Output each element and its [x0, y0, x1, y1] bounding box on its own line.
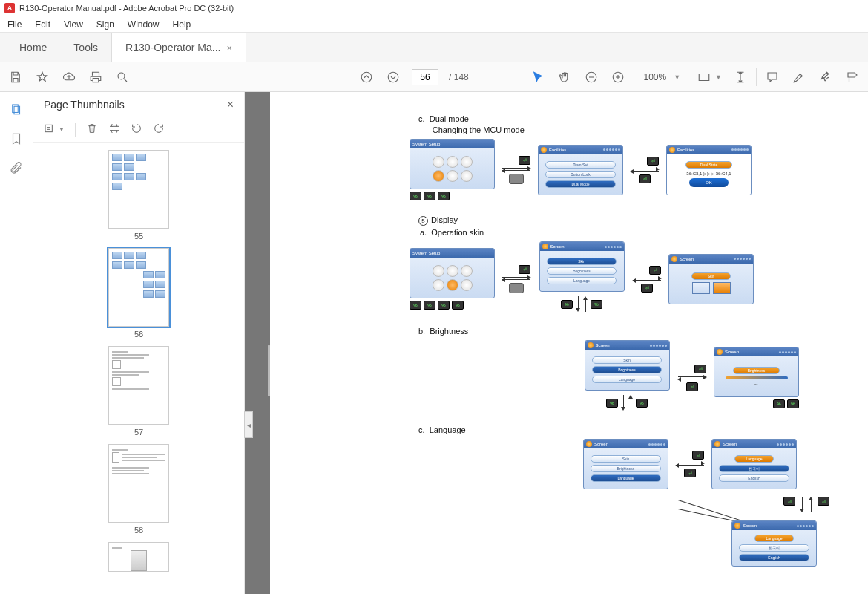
- thumbnail-label: 58: [134, 526, 143, 535]
- thumbnail-58[interactable]: [108, 444, 169, 523]
- rotate-ccw-icon[interactable]: [131, 123, 142, 137]
- fit-width-icon[interactable]: [696, 69, 712, 85]
- stamp-icon[interactable]: [844, 69, 861, 85]
- screen-display-menu: Screen Skin Brightness Language: [539, 241, 625, 292]
- menu-file[interactable]: File: [7, 19, 22, 30]
- svg-point-2: [388, 72, 398, 82]
- zoom-out-icon[interactable]: [583, 69, 599, 85]
- scroll-mode-icon[interactable]: [732, 69, 749, 85]
- comment-icon[interactable]: [764, 69, 780, 85]
- thumbnail-56[interactable]: [108, 248, 169, 327]
- screen-language: Screen Language 한국어 English: [711, 439, 797, 489]
- panel-tools: ▼: [33, 117, 244, 143]
- screen-system-setup: System Setup: [410, 248, 495, 298]
- thumbnails-icon[interactable]: [8, 101, 24, 117]
- print-icon[interactable]: [88, 69, 104, 85]
- screen-dual-state: Facilities Dual State 36:C3,1 ▷▷▷ 36:C4,…: [666, 145, 752, 195]
- tab-document[interactable]: R130-Operator Ma... ×: [111, 33, 246, 62]
- chevron-down-icon[interactable]: ▼: [674, 74, 680, 81]
- toolbar: / 148 ▼ ▼: [0, 62, 868, 92]
- highlight-icon[interactable]: [791, 69, 807, 85]
- svg-point-1: [361, 72, 372, 82]
- thumbnail-57[interactable]: [108, 346, 169, 425]
- save-icon[interactable]: [7, 69, 24, 85]
- search-icon[interactable]: [114, 69, 131, 85]
- menu-edit[interactable]: Edit: [35, 19, 50, 30]
- chevron-down-icon[interactable]: ▼: [715, 74, 722, 81]
- app-icon: A: [4, 3, 15, 13]
- page-down-icon[interactable]: [385, 69, 401, 85]
- close-icon[interactable]: ×: [226, 42, 232, 53]
- zoom-in-icon[interactable]: [610, 69, 626, 85]
- screen-skin-select: Screen Skin: [668, 254, 754, 304]
- thumbnail-59[interactable]: [108, 542, 169, 572]
- menu-bar: File Edit View Sign Window Help: [0, 16, 868, 33]
- delete-icon[interactable]: [86, 123, 98, 137]
- thumbnails-panel: Page Thumbnails × ▼ 55: [33, 92, 245, 594]
- close-icon[interactable]: ×: [227, 98, 234, 111]
- svg-rect-5: [13, 105, 19, 113]
- tab-tools[interactable]: Tools: [60, 33, 111, 62]
- menu-sign[interactable]: Sign: [96, 19, 114, 30]
- cloud-upload-icon[interactable]: [61, 69, 77, 85]
- svg-point-0: [118, 73, 125, 79]
- document-gutter: ◂: [245, 92, 270, 594]
- insert-page-icon[interactable]: [108, 123, 120, 137]
- page-content: c. Dual mode - Changing the MCU mode Sys…: [270, 92, 868, 522]
- thumbnail-label: 57: [134, 428, 143, 437]
- attachment-icon[interactable]: [8, 160, 24, 177]
- menu-view[interactable]: View: [64, 19, 83, 30]
- menu-help[interactable]: Help: [173, 19, 191, 30]
- thumbnail-label: 56: [134, 330, 143, 339]
- menu-window[interactable]: Window: [128, 19, 160, 30]
- screen-display-menu: Screen Skin Brightness Language: [583, 439, 668, 489]
- page-number-input[interactable]: [412, 69, 438, 85]
- star-icon[interactable]: [34, 69, 50, 85]
- left-rail: [0, 92, 33, 594]
- window-title: R130-Operator Manual.pdf - Adobe Acrobat…: [19, 4, 234, 13]
- svg-rect-7: [45, 125, 52, 131]
- rotate-cw-icon[interactable]: [153, 123, 165, 137]
- screen-language-alt: Screen Language 한국어 English: [731, 520, 817, 567]
- tab-bar: Home Tools R130-Operator Ma... ×: [0, 33, 868, 62]
- screen-brightness: Screen Brightness ↔: [714, 347, 799, 397]
- thumbnail-label: 55: [134, 232, 143, 241]
- options-icon[interactable]: [44, 123, 56, 137]
- zoom-select[interactable]: [637, 72, 666, 82]
- tab-document-label: R130-Operator Ma...: [125, 42, 220, 53]
- page-up-icon[interactable]: [358, 69, 375, 85]
- tab-home[interactable]: Home: [6, 33, 60, 62]
- document-viewport[interactable]: c. Dual mode - Changing the MCU mode Sys…: [270, 92, 868, 594]
- collapse-handle-icon[interactable]: ◂: [244, 411, 253, 438]
- selection-tool-icon[interactable]: [530, 69, 546, 85]
- thumbnails-list[interactable]: 55 56: [33, 143, 244, 594]
- bookmark-icon[interactable]: [8, 131, 24, 147]
- screen-system-setup: System Setup: [410, 139, 495, 189]
- thumbnail-55[interactable]: [108, 150, 169, 229]
- screen-display-menu: Screen Skin Brightness Language: [585, 340, 670, 391]
- sign-icon[interactable]: [818, 69, 834, 85]
- screen-facilities: Facilities Train Set Button Lock Dual Mo…: [538, 145, 623, 195]
- page-total-label: / 148: [449, 72, 469, 82]
- panel-title: Page Thumbnails: [44, 99, 125, 111]
- main-area: Page Thumbnails × ▼ 55: [0, 92, 868, 594]
- hand-tool-icon[interactable]: [556, 69, 573, 85]
- svg-rect-6: [14, 106, 20, 114]
- title-bar: A R130-Operator Manual.pdf - Adobe Acrob…: [0, 0, 868, 16]
